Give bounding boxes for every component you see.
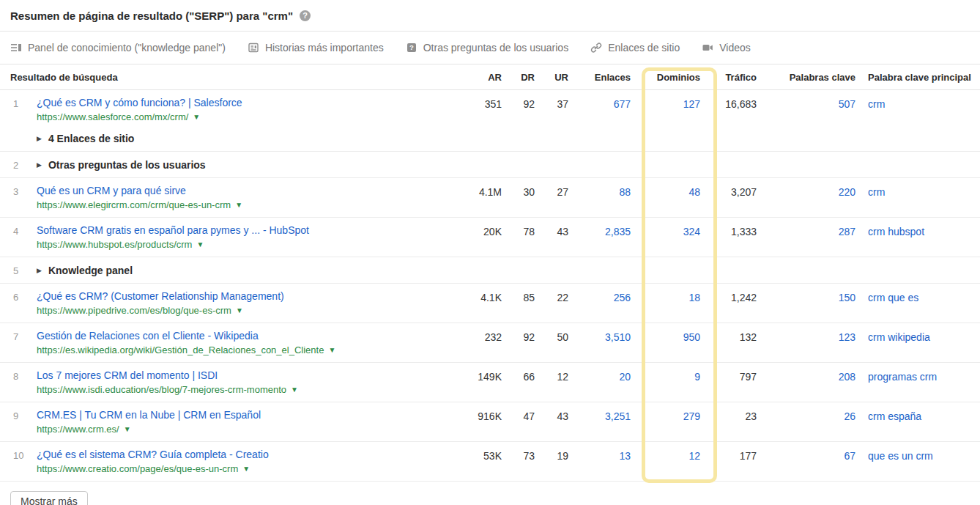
url-dropdown-caret-icon[interactable]: ▼ xyxy=(328,346,335,354)
table-row: 4 Software CRM gratis en español para py… xyxy=(0,218,980,257)
filter-people-also-ask[interactable]: ? Otras preguntas de los usuarios xyxy=(406,42,568,54)
serp-feature-label: Otras preguntas de los usuarios xyxy=(48,159,206,171)
result-url-link[interactable]: https://www.creatio.com/page/es/que-es-u… xyxy=(37,463,238,474)
keywords-count-link[interactable]: 123 xyxy=(839,331,855,343)
url-dropdown-caret-icon[interactable]: ▼ xyxy=(291,386,298,394)
result-url-link[interactable]: https://www.salesforce.com/mx/crm/ xyxy=(37,111,188,122)
top-keyword-link[interactable]: crm wikipedia xyxy=(868,331,930,343)
top-keyword-link[interactable]: crm xyxy=(868,98,885,110)
backlinks-count-link[interactable]: 3,510 xyxy=(605,331,631,343)
result-url-link[interactable]: https://www.hubspot.es/products/crm xyxy=(37,239,192,250)
domains-count-link[interactable]: 48 xyxy=(688,186,700,198)
result-url-link[interactable]: https://www.crm.es/ xyxy=(37,424,119,435)
domains-count-link[interactable]: 18 xyxy=(688,292,700,303)
keywords-count-link[interactable]: 220 xyxy=(839,186,855,198)
backlinks-count-link[interactable]: 13 xyxy=(619,450,631,462)
filter-top-stories[interactable]: Historias más importantes xyxy=(248,42,384,54)
result-url-link[interactable]: https://www.isdi.education/es/blog/7-mej… xyxy=(37,384,286,395)
result-url-link[interactable]: https://www.elegircrm.com/crm/que-es-un-… xyxy=(37,199,231,210)
keywords-count-link[interactable]: 287 xyxy=(839,226,855,237)
backlinks-count-link[interactable]: 677 xyxy=(614,98,631,110)
domains-count-link[interactable]: 324 xyxy=(683,226,700,237)
backlinks-count-link[interactable]: 20 xyxy=(619,371,631,383)
result-title-link[interactable]: Gestión de Relaciones con el Cliente - W… xyxy=(37,330,259,342)
result-title-link[interactable]: ¿Qué es CRM? (Customer Relationship Mana… xyxy=(37,290,284,303)
column-header-dr: DR xyxy=(502,72,535,83)
traffic-value: 1,333 xyxy=(700,224,757,237)
url-dropdown-caret-icon[interactable]: ▼ xyxy=(196,240,204,248)
traffic-value: 1,242 xyxy=(700,290,757,303)
result-title-link[interactable]: Los 7 mejores CRM del momento | ISDI xyxy=(37,369,218,382)
result-title-link[interactable]: Qué es un CRM y para qué sirve xyxy=(37,185,186,197)
ar-value: 53K xyxy=(458,449,502,462)
url-dropdown-caret-icon[interactable]: ▼ xyxy=(124,425,131,433)
serp-overview-page: Resumen de página de resultado ("SERP") … xyxy=(0,0,980,505)
ur-value: 43 xyxy=(535,224,568,237)
table-row: 6 ¿Qué es CRM? (Customer Relationship Ma… xyxy=(0,284,980,323)
backlinks-count-link[interactable]: 2,835 xyxy=(605,226,631,237)
result-position: 10 xyxy=(0,449,37,461)
top-keyword-link[interactable]: crm xyxy=(868,186,885,198)
filter-sitelinks[interactable]: Enlaces de sitio xyxy=(590,42,680,54)
backlinks-count-link[interactable]: 88 xyxy=(619,186,631,198)
result-cell: Gestión de Relaciones con el Cliente - W… xyxy=(37,330,458,355)
keywords-count-link[interactable]: 26 xyxy=(844,410,855,422)
top-keyword-link[interactable]: crm que es xyxy=(868,292,918,303)
domains-count-link[interactable]: 12 xyxy=(688,450,700,462)
table-row: 1 ¿Qué es CRM y cómo funciona? | Salesfo… xyxy=(0,90,980,152)
url-dropdown-caret-icon[interactable]: ▼ xyxy=(235,201,242,209)
ur-value: 43 xyxy=(535,409,568,422)
filter-label: Videos xyxy=(719,42,751,54)
dr-value: 85 xyxy=(502,290,535,303)
result-position: 7 xyxy=(0,330,37,342)
top-keyword-link[interactable]: crm hubspot xyxy=(868,226,924,237)
filter-knowledge-panel[interactable]: Panel de conocimiento ("knowledge panel"… xyxy=(10,42,226,54)
people-also-ask-icon: ? xyxy=(406,42,417,54)
result-url-link[interactable]: https://www.pipedrive.com/es/blog/que-es… xyxy=(37,305,231,316)
backlinks-count-link[interactable]: 3,251 xyxy=(605,410,631,422)
videos-icon xyxy=(702,42,713,54)
filter-videos[interactable]: Videos xyxy=(702,42,751,54)
ar-value: 916K xyxy=(458,409,502,422)
serp-table: Resultado de búsqueda AR DR UR Enlaces D… xyxy=(0,64,980,482)
result-position: 1 xyxy=(0,97,37,109)
url-dropdown-caret-icon[interactable]: ▼ xyxy=(193,113,200,121)
show-more-button[interactable]: Mostrar más xyxy=(10,491,88,505)
keywords-count-link[interactable]: 150 xyxy=(839,292,855,303)
serp-feature-toggle[interactable]: ▶ Knowledge panel xyxy=(37,264,980,276)
help-icon[interactable]: ? xyxy=(300,10,311,21)
result-title-link[interactable]: ¿Qué es CRM y cómo funciona? | Salesforc… xyxy=(37,97,242,109)
dr-value: 66 xyxy=(502,369,535,383)
result-title-link[interactable]: CRM.ES | Tu CRM en la Nube | CRM en Espa… xyxy=(37,409,261,421)
domains-count-link[interactable]: 950 xyxy=(683,331,700,343)
serp-feature-toggle[interactable]: ▶ Otras preguntas de los usuarios xyxy=(37,158,980,171)
serp-features-filter-bar: Panel de conocimiento ("knowledge panel"… xyxy=(0,32,980,64)
keywords-count-link[interactable]: 208 xyxy=(839,371,855,383)
table-body: 1 ¿Qué es CRM y cómo funciona? | Salesfo… xyxy=(0,90,980,482)
top-keyword-link[interactable]: programas crm xyxy=(868,371,937,383)
traffic-value: 132 xyxy=(700,330,757,343)
url-dropdown-caret-icon[interactable]: ▼ xyxy=(236,306,243,314)
keywords-count-link[interactable]: 67 xyxy=(844,450,855,462)
keywords-count-link[interactable]: 507 xyxy=(839,98,855,110)
backlinks-count-link[interactable]: 256 xyxy=(614,292,631,303)
result-url-link[interactable]: https://es.wikipedia.org/wiki/Gestión_de… xyxy=(37,344,324,355)
top-keyword-link[interactable]: crm españa xyxy=(868,410,921,422)
url-dropdown-caret-icon[interactable]: ▼ xyxy=(242,465,250,473)
ar-value: 351 xyxy=(458,97,502,110)
filter-label: Otras preguntas de los usuarios xyxy=(423,42,568,54)
result-title-link[interactable]: ¿Qué es el sistema CRM? Guía completa - … xyxy=(37,449,269,461)
top-stories-icon xyxy=(248,42,259,54)
sitelinks-toggle[interactable]: ▶ 4 Enlaces de sitio xyxy=(37,133,458,144)
domains-count-link[interactable]: 127 xyxy=(683,98,700,110)
result-title-link[interactable]: Software CRM gratis en español para pyme… xyxy=(37,224,309,237)
top-keyword-link[interactable]: que es un crm xyxy=(868,450,933,462)
result-cell: CRM.ES | Tu CRM en la Nube | CRM en Espa… xyxy=(37,409,458,435)
svg-text:?: ? xyxy=(409,43,414,51)
domains-count-link[interactable]: 9 xyxy=(694,371,700,383)
traffic-value: 3,207 xyxy=(700,185,757,198)
domains-count-link[interactable]: 279 xyxy=(683,410,700,422)
ur-value: 12 xyxy=(535,369,568,383)
column-header-palabra-clave-principal: Palabra clave principal xyxy=(855,72,980,83)
title-bar: Resumen de página de resultado ("SERP") … xyxy=(0,0,980,32)
